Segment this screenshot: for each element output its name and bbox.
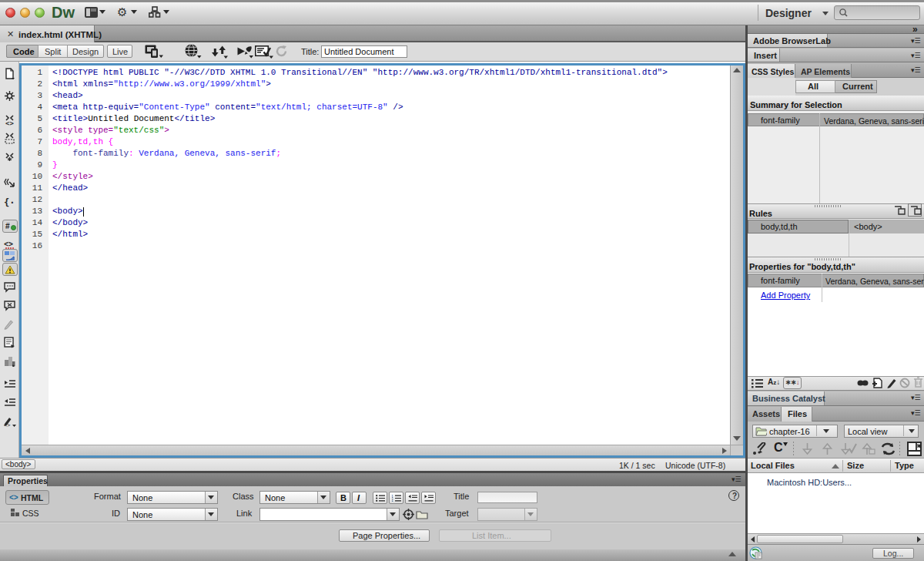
svg-text:2: 2 [392,499,393,502]
svg-text:<>: <> [4,422,10,428]
svg-text:{·}: {·} [4,197,15,208]
svg-text:<>: <> [4,240,13,248]
svg-text:<>: <> [5,119,14,126]
